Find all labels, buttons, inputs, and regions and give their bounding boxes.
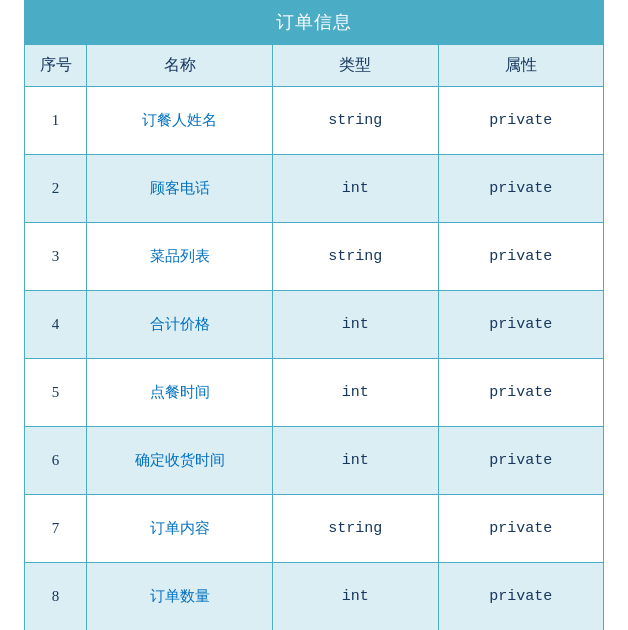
table-row: 6确定收货时间intprivate [25, 427, 604, 495]
cell-type: string [273, 87, 438, 155]
cell-attr: private [438, 427, 603, 495]
cell-type: string [273, 495, 438, 563]
cell-seq: 8 [25, 563, 87, 631]
cell-type: int [273, 563, 438, 631]
cell-seq: 2 [25, 155, 87, 223]
cell-seq: 1 [25, 87, 87, 155]
cell-seq: 7 [25, 495, 87, 563]
cell-name: 合计价格 [87, 291, 273, 359]
cell-type: int [273, 155, 438, 223]
cell-name: 订单数量 [87, 563, 273, 631]
cell-type: int [273, 427, 438, 495]
table-row: 3菜品列表stringprivate [25, 223, 604, 291]
table-row: 4合计价格intprivate [25, 291, 604, 359]
col-header-seq: 序号 [25, 45, 87, 87]
cell-attr: private [438, 359, 603, 427]
col-header-name: 名称 [87, 45, 273, 87]
cell-seq: 3 [25, 223, 87, 291]
table-row: 2顾客电话intprivate [25, 155, 604, 223]
cell-attr: private [438, 563, 603, 631]
cell-name: 菜品列表 [87, 223, 273, 291]
order-info-table: 订单信息 序号 名称 类型 属性 1订餐人姓名stringprivate2顾客电… [24, 0, 604, 630]
table-row: 5点餐时间intprivate [25, 359, 604, 427]
cell-name: 确定收货时间 [87, 427, 273, 495]
table-row: 7订单内容stringprivate [25, 495, 604, 563]
cell-seq: 5 [25, 359, 87, 427]
cell-attr: private [438, 223, 603, 291]
cell-seq: 6 [25, 427, 87, 495]
cell-attr: private [438, 495, 603, 563]
cell-type: int [273, 359, 438, 427]
col-header-attr: 属性 [438, 45, 603, 87]
table-title: 订单信息 [25, 0, 604, 45]
table-row: 1订餐人姓名stringprivate [25, 87, 604, 155]
cell-attr: private [438, 155, 603, 223]
cell-seq: 4 [25, 291, 87, 359]
cell-name: 订单内容 [87, 495, 273, 563]
cell-attr: private [438, 291, 603, 359]
cell-type: string [273, 223, 438, 291]
cell-name: 订餐人姓名 [87, 87, 273, 155]
table-row: 8订单数量intprivate [25, 563, 604, 631]
col-header-type: 类型 [273, 45, 438, 87]
cell-name: 点餐时间 [87, 359, 273, 427]
cell-name: 顾客电话 [87, 155, 273, 223]
cell-type: int [273, 291, 438, 359]
cell-attr: private [438, 87, 603, 155]
